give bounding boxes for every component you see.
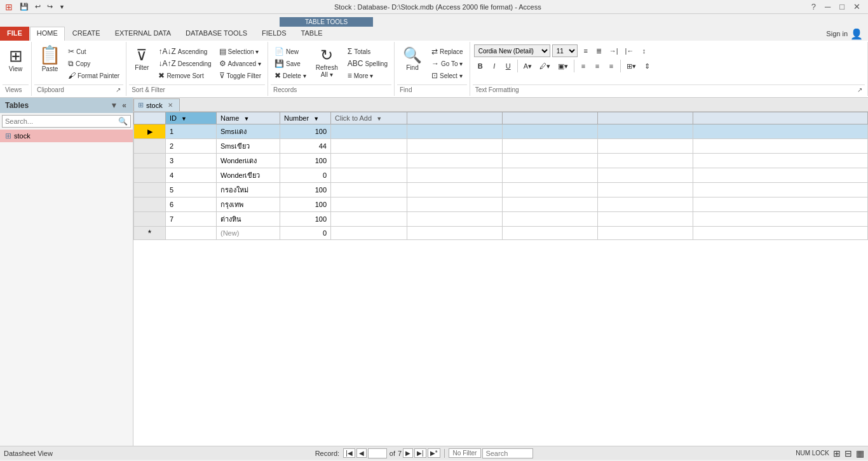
table-row[interactable]: 3 Wonderแดง 100 bbox=[134, 154, 868, 168]
cell-add-5[interactable] bbox=[331, 183, 407, 197]
row-height-button[interactable]: ⇕ bbox=[641, 61, 653, 72]
quick-access-save[interactable]: 💾 bbox=[18, 1, 31, 12]
tab-home[interactable]: HOME bbox=[30, 27, 65, 41]
tab-create[interactable]: CREATE bbox=[65, 27, 107, 41]
record-first-btn[interactable]: |◀ bbox=[343, 448, 355, 458]
tab-database-tools[interactable]: DATABASE TOOLS bbox=[179, 27, 254, 41]
clipboard-dialog-icon[interactable]: ↗ bbox=[116, 86, 121, 93]
cell-name-6[interactable]: กรุงเทพ bbox=[217, 197, 280, 212]
selection-button[interactable]: ▤ Selection ▾ bbox=[217, 46, 264, 57]
indent-decrease-icon[interactable]: |← bbox=[622, 46, 637, 57]
indent-increase-icon[interactable]: →| bbox=[606, 46, 621, 57]
cell-number-3[interactable]: 100 bbox=[280, 154, 331, 168]
align-right-button[interactable]: ≡ bbox=[605, 61, 618, 71]
cell-id-6[interactable]: 6 bbox=[166, 197, 217, 212]
cell-id-1[interactable]: 1 bbox=[166, 124, 217, 139]
maximize-btn[interactable]: □ bbox=[837, 2, 847, 11]
line-spacing-icon[interactable]: ↕ bbox=[637, 46, 650, 57]
tab-file[interactable]: FILE bbox=[0, 27, 29, 41]
cell-number-6[interactable]: 100 bbox=[280, 197, 331, 212]
cell-id-new[interactable] bbox=[166, 227, 217, 240]
font-size-select[interactable]: 11 bbox=[552, 44, 578, 57]
cell-add-1[interactable] bbox=[331, 124, 407, 139]
help-btn[interactable]: ? bbox=[809, 2, 818, 11]
no-filter-button[interactable]: No Filter bbox=[449, 448, 482, 458]
goto-button[interactable]: → Go To ▾ bbox=[429, 58, 466, 69]
advanced-button[interactable]: ⚙ Advanced ▾ bbox=[217, 58, 264, 69]
delete-record-button[interactable]: ✖ Delete ▾ bbox=[272, 70, 309, 81]
cell-add-4[interactable] bbox=[331, 168, 407, 183]
tab-external-data[interactable]: EXTERNAL DATA bbox=[108, 27, 178, 41]
table-row[interactable]: 4 Wonderเขียว 0 bbox=[134, 168, 868, 183]
cell-add-3[interactable] bbox=[331, 154, 407, 168]
text-formatting-dialog-icon[interactable]: ↗ bbox=[857, 86, 862, 93]
view-switcher-layout[interactable]: ▦ bbox=[856, 448, 864, 458]
more-button[interactable]: ≡ More ▾ bbox=[345, 70, 390, 81]
close-btn[interactable]: ✕ bbox=[851, 2, 863, 11]
nav-pane-close-icon[interactable]: « bbox=[121, 100, 128, 110]
cell-id-3[interactable]: 3 bbox=[166, 154, 217, 168]
col-header-name[interactable]: Name ▼ bbox=[217, 112, 280, 124]
cell-name-4[interactable]: Wonderเขียว bbox=[217, 168, 280, 183]
copy-button[interactable]: ⧉ Copy bbox=[65, 58, 122, 69]
cell-add-6[interactable] bbox=[331, 197, 407, 212]
totals-button[interactable]: Σ Totals bbox=[345, 46, 390, 57]
record-last-btn[interactable]: ▶| bbox=[414, 448, 426, 458]
cell-number-1[interactable]: 100 bbox=[280, 124, 331, 139]
tab-table[interactable]: TABLE bbox=[294, 27, 330, 41]
table-tab-close[interactable]: ✕ bbox=[168, 102, 173, 109]
gridlines-button[interactable]: ⊞▾ bbox=[623, 61, 639, 72]
nav-search-input[interactable] bbox=[3, 116, 116, 126]
cell-name-5[interactable]: กรองใหม่ bbox=[217, 183, 280, 197]
format-painter-button[interactable]: 🖌 Format Painter bbox=[65, 70, 122, 81]
toggle-filter-button[interactable]: ⊽ Toggle Filter bbox=[217, 70, 264, 81]
list-bullets-icon[interactable]: ≡ bbox=[580, 46, 592, 57]
remove-sort-button[interactable]: ✖ Remove Sort bbox=[156, 70, 214, 81]
cell-number-4[interactable]: 0 bbox=[280, 168, 331, 183]
col-header-number[interactable]: Number ▼ bbox=[280, 112, 331, 124]
cell-number-5[interactable]: 100 bbox=[280, 183, 331, 197]
save-record-button[interactable]: 💾 Save bbox=[272, 58, 309, 69]
record-prev-btn[interactable]: ◀ bbox=[356, 448, 367, 458]
ascending-button[interactable]: ↑A↓Z Ascending bbox=[156, 46, 214, 57]
cell-number-2[interactable]: 44 bbox=[280, 139, 331, 154]
cell-name-new[interactable]: (New) bbox=[217, 227, 280, 240]
tab-fields[interactable]: FIELDS bbox=[255, 27, 294, 41]
minimize-btn[interactable]: ─ bbox=[822, 2, 833, 11]
cut-button[interactable]: ✂ Cut bbox=[65, 46, 122, 57]
align-center-button[interactable]: ≡ bbox=[591, 61, 604, 71]
quick-access-redo[interactable]: ↪ bbox=[45, 1, 55, 12]
font-color-button[interactable]: A▾ bbox=[520, 61, 535, 72]
background-color-button[interactable]: ▣▾ bbox=[555, 61, 571, 72]
cell-name-7[interactable]: ต่างหิน bbox=[217, 212, 280, 227]
view-switcher-datasheet[interactable]: ⊞ bbox=[833, 448, 841, 458]
align-left-button[interactable]: ≡ bbox=[577, 61, 590, 71]
view-button[interactable]: ⊞ View bbox=[4, 44, 27, 76]
view-switcher-pivot[interactable]: ⊟ bbox=[844, 448, 852, 458]
quick-access-dropdown[interactable]: ▼ bbox=[57, 3, 67, 11]
nav-item-stock[interactable]: ⊞ stock bbox=[0, 130, 133, 142]
sign-in-link[interactable]: Sign in bbox=[826, 30, 848, 37]
font-name-select[interactable]: Cordia New (Detail) bbox=[474, 44, 550, 57]
cell-id-5[interactable]: 5 bbox=[166, 183, 217, 197]
col-header-id[interactable]: ID ▼ bbox=[166, 112, 217, 124]
new-record-button[interactable]: 📄 New bbox=[272, 46, 309, 57]
quick-access-undo[interactable]: ↩ bbox=[33, 1, 43, 12]
bold-button[interactable]: B bbox=[474, 61, 487, 71]
table-row[interactable]: 5 กรองใหม่ 100 bbox=[134, 183, 868, 197]
record-current-input[interactable]: 1 bbox=[368, 448, 387, 458]
cell-name-1[interactable]: Smsแดง bbox=[217, 124, 280, 139]
record-next-btn[interactable]: ▶ bbox=[403, 448, 413, 458]
refresh-button[interactable]: ↻ Refresh All ▾ bbox=[311, 44, 342, 81]
record-new-btn[interactable]: ▶* bbox=[428, 448, 440, 458]
cell-id-2[interactable]: 2 bbox=[166, 139, 217, 154]
find-button[interactable]: 🔍 Find bbox=[398, 44, 426, 74]
filter-button[interactable]: ⊽ Filter bbox=[130, 44, 153, 74]
paste-button[interactable]: 📋 Paste bbox=[36, 44, 64, 74]
italic-button[interactable]: I bbox=[488, 61, 501, 71]
cell-id-4[interactable]: 4 bbox=[166, 168, 217, 183]
cell-name-3[interactable]: Wonderแดง bbox=[217, 154, 280, 168]
descending-button[interactable]: ↓A↑Z Descending bbox=[156, 58, 214, 69]
table-tab-stock[interactable]: ⊞ stock ✕ bbox=[133, 98, 180, 111]
list-numbers-icon[interactable]: ≣ bbox=[593, 46, 606, 57]
